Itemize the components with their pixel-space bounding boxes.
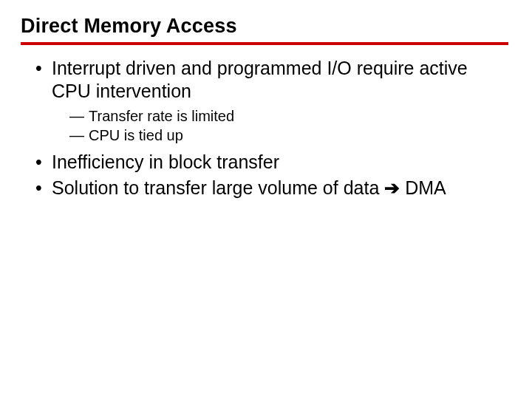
- bullet-list: Interrupt driven and programmed I/O requ…: [21, 57, 511, 200]
- arrow-right-icon: ➔: [384, 177, 400, 198]
- bullet-text-suffix: DMA: [400, 177, 446, 198]
- bullet-text-prefix: Solution to transfer large volume of dat…: [52, 177, 384, 198]
- slide-title: Direct Memory Access: [21, 15, 508, 45]
- sub-bullet-item: CPU is tied up: [69, 126, 511, 145]
- sub-bullet-list: Transfer rate is limited CPU is tied up: [52, 106, 511, 145]
- sub-bullet-item: Transfer rate is limited: [69, 106, 511, 126]
- bullet-item: Interrupt driven and programmed I/O requ…: [35, 57, 511, 145]
- bullet-text: Interrupt driven and programmed I/O requ…: [52, 58, 468, 101]
- bullet-item: Solution to transfer large volume of dat…: [35, 177, 511, 200]
- bullet-text: Inefficiency in block transfer: [52, 151, 279, 172]
- sub-bullet-text: CPU is tied up: [89, 127, 183, 143]
- bullet-item: Inefficiency in block transfer: [35, 151, 511, 174]
- slide: Direct Memory Access Interrupt driven an…: [0, 0, 532, 399]
- sub-bullet-text: Transfer rate is limited: [89, 108, 234, 124]
